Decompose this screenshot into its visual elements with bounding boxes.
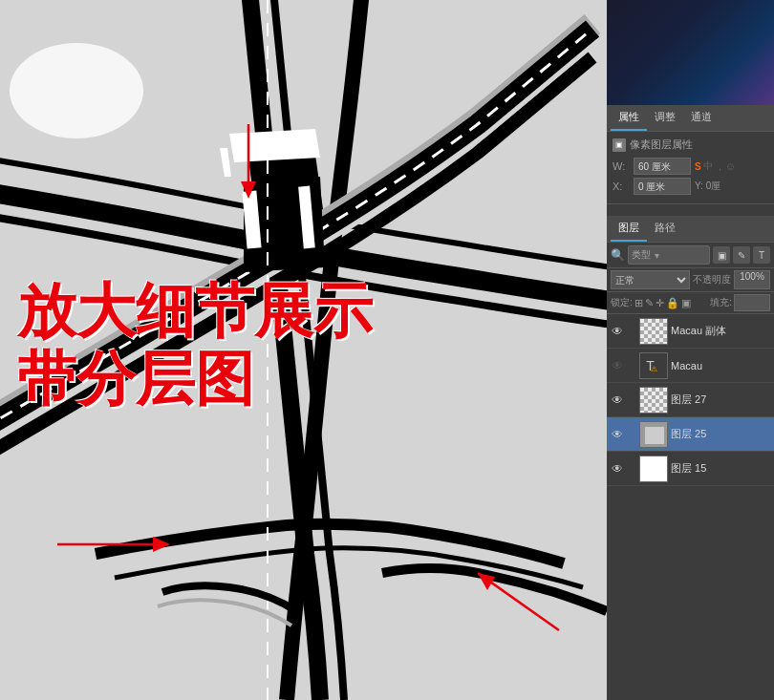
sogou-mark: S xyxy=(695,161,701,172)
layer-filter-btn1[interactable]: ▣ xyxy=(713,246,730,264)
layer-toolbar: 🔍 类型 ▾ ▣ ✎ T xyxy=(607,243,774,268)
svg-marker-12 xyxy=(478,573,495,590)
layer-thumb-15 xyxy=(639,456,668,482)
layer-item-15[interactable]: 👁 图层 15 xyxy=(607,452,774,486)
layer-filter-btn2[interactable]: ✎ xyxy=(733,246,750,264)
tab-layers[interactable]: 图层 xyxy=(611,216,647,242)
layer-thumb-macau: T ⚠ xyxy=(639,352,668,379)
lock-artboard-icon[interactable]: ▣ xyxy=(681,297,691,309)
blend-mode-select[interactable]: 正常 xyxy=(611,270,690,289)
prop-y-label: Y: 0厘 xyxy=(695,180,720,193)
tab-channels[interactable]: 通道 xyxy=(683,105,720,131)
tab-properties[interactable]: 属性 xyxy=(611,105,647,131)
layer-search-box[interactable]: 类型 ▾ xyxy=(628,245,710,265)
layer-list: 👁 Macau 副体 👁 T ⚠ Macau 👁 图层 27 👁 xyxy=(607,314,774,700)
svg-point-1 xyxy=(10,43,143,138)
layer-item-macau[interactable]: 👁 T ⚠ Macau xyxy=(607,349,774,383)
sogou-area: S 中 ，☺ xyxy=(695,159,736,174)
lock-all-icon[interactable]: 🔒 xyxy=(666,297,679,309)
filter-type-label: 类型 xyxy=(632,248,651,262)
layer-link-15 xyxy=(627,462,636,476)
opacity-label: 不透明度 xyxy=(693,273,731,286)
layer-thumb-macau-futi xyxy=(639,318,668,345)
layer-eye-15[interactable]: 👁 xyxy=(611,462,624,476)
layer-name-macau: Macau xyxy=(671,360,770,371)
layer-eye-macau-futi[interactable]: 👁 xyxy=(611,325,624,338)
prop-row-xy: X: 0 厘米 Y: 0厘 xyxy=(613,178,768,195)
fill-value[interactable] xyxy=(734,294,770,311)
layer-eye-27[interactable]: 👁 xyxy=(611,393,624,407)
lock-position-icon[interactable]: ✎ xyxy=(645,297,654,309)
prop-w-label: W: xyxy=(613,160,634,172)
lock-pixels-icon[interactable]: ⊞ xyxy=(634,297,643,309)
chevron-icon: ▾ xyxy=(655,250,659,261)
tab-paths[interactable]: 路径 xyxy=(647,216,683,242)
layer-props-icon: ▣ xyxy=(613,138,626,152)
prop-row-wh: W: 60 厘米 S 中 ，☺ xyxy=(613,158,768,175)
prop-x-label: X: xyxy=(613,180,634,192)
blend-opacity-row: 正常 不透明度 100% xyxy=(607,268,774,292)
props-header: ▣ 像素图层属性 xyxy=(613,138,768,152)
properties-tabs: 属性 调整 通道 xyxy=(607,105,774,132)
emoji-mark: ，☺ xyxy=(715,159,736,174)
layer-eye-25[interactable]: 👁 xyxy=(611,428,624,441)
tab-adjustments[interactable]: 调整 xyxy=(647,105,683,131)
right-panel: 属性 调整 通道 ▣ 像素图层属性 W: 60 厘米 S 中 ，☺ X: 0 厘… xyxy=(607,0,774,700)
map-area: 放大细节展示 带分层图 xyxy=(0,0,607,700)
prop-w-value[interactable]: 60 厘米 xyxy=(634,158,691,175)
fill-label: 填充: xyxy=(710,296,732,309)
layer-link-25 xyxy=(627,428,636,441)
layer-thumb-25 xyxy=(639,421,668,448)
warning-icon: ⚠ xyxy=(651,365,657,373)
svg-marker-10 xyxy=(153,537,170,552)
layer-link-macau-futi xyxy=(627,325,636,338)
layer-name-macau-futi: Macau 副体 xyxy=(671,324,770,338)
props-header-label: 像素图层属性 xyxy=(630,138,693,152)
properties-section: ▣ 像素图层属性 W: 60 厘米 S 中 ，☺ X: 0 厘米 Y: 0厘 xyxy=(607,132,774,204)
layer-item-27[interactable]: 👁 图层 27 xyxy=(607,383,774,417)
layer-link-macau xyxy=(627,359,636,372)
svg-marker-8 xyxy=(241,181,256,199)
opacity-value[interactable]: 100% xyxy=(734,270,770,289)
layer-item-25[interactable]: 👁 图层 25 xyxy=(607,417,774,452)
lock-label: 锁定: xyxy=(611,296,633,309)
layer-name-15: 图层 15 xyxy=(671,461,770,476)
zhong-mark: 中 xyxy=(703,159,713,173)
layer-link-27 xyxy=(627,393,636,407)
layer-eye-macau[interactable]: 👁 xyxy=(611,359,624,372)
layer-item-macau-futi[interactable]: 👁 Macau 副体 xyxy=(607,314,774,349)
layer-name-25: 图层 25 xyxy=(671,427,770,441)
layer-filter-btn3[interactable]: T xyxy=(753,246,770,264)
lock-row: 锁定: ⊞ ✎ ✛ 🔒 ▣ 填充: xyxy=(607,292,774,314)
panel-thumbnail xyxy=(607,0,774,105)
layer-panel-tabs: 图层 路径 xyxy=(607,216,774,243)
layer-thumb-27 xyxy=(639,387,668,414)
search-icon: 🔍 xyxy=(611,248,625,262)
prop-x-value[interactable]: 0 厘米 xyxy=(634,178,691,195)
layer-name-27: 图层 27 xyxy=(671,392,770,407)
lock-move-icon[interactable]: ✛ xyxy=(656,297,664,309)
